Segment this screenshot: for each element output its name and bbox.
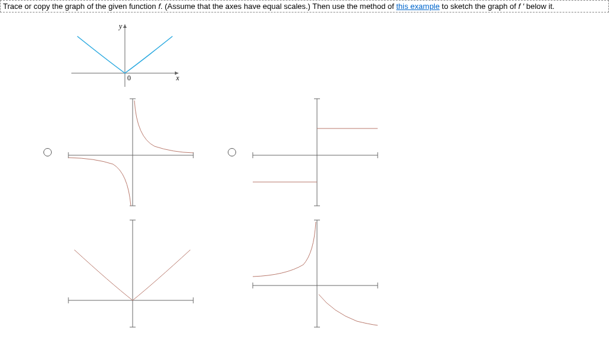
prompt-text-1: Trace or copy the graph of the given fun… (3, 2, 158, 11)
example-link[interactable]: this example (396, 2, 440, 11)
prompt-text-3: to sketch the graph of (440, 2, 518, 11)
choice-radio-2[interactable] (228, 148, 236, 156)
choice-row-2 (36, 217, 609, 330)
y-axis-label: y (118, 22, 123, 30)
deriv-symbol: f ′ (518, 2, 524, 11)
choice-radio-1[interactable] (43, 148, 52, 156)
choice-row-1 (36, 96, 609, 209)
origin-label: 0 (127, 74, 131, 82)
choice-graph-2 (250, 96, 381, 209)
choice-graph-4 (250, 217, 381, 330)
x-axis-label: x (175, 74, 180, 82)
prompt-text-4: below it. (524, 2, 554, 11)
svg-marker-3 (123, 24, 127, 28)
given-function-graph: y x 0 (65, 18, 609, 90)
content-area: y x 0 (0, 12, 609, 330)
prompt-text-2: . (Assume that the axes have equal scale… (161, 2, 397, 11)
choice-graph-1 (65, 96, 196, 209)
question-prompt: Trace or copy the graph of the given fun… (0, 0, 609, 12)
choice-graph-3 (65, 217, 196, 330)
